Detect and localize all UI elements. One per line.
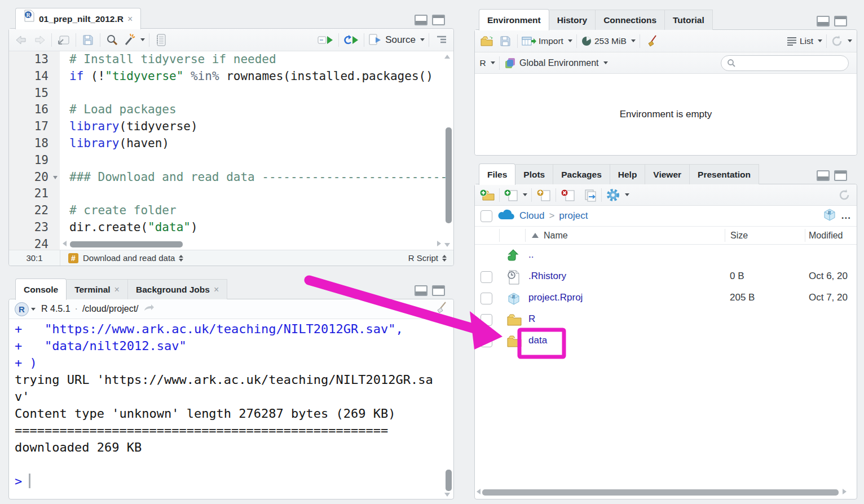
console-vertical-scrollbar[interactable] bbox=[446, 470, 452, 491]
minimize-icon[interactable] bbox=[817, 16, 830, 26]
code-tools-wand-icon[interactable] bbox=[121, 32, 146, 48]
source-button[interactable]: Source bbox=[367, 32, 426, 48]
column-size[interactable]: Size bbox=[730, 231, 748, 241]
section-selector[interactable]: Download and read data bbox=[83, 253, 175, 263]
tab-terminal[interactable]: Terminal × bbox=[67, 279, 128, 299]
run-icon[interactable] bbox=[316, 32, 336, 48]
upload-icon[interactable] bbox=[535, 187, 553, 203]
goto-directory-icon[interactable] bbox=[143, 304, 155, 314]
maximize-icon[interactable] bbox=[834, 170, 847, 181]
breadcrumb-root[interactable]: Cloud bbox=[519, 210, 544, 222]
editor-horizontal-scrollbar[interactable] bbox=[70, 241, 183, 247]
scroll-down-icon[interactable] bbox=[444, 493, 450, 497]
copy-file-icon[interactable] bbox=[580, 187, 598, 203]
maximize-icon[interactable] bbox=[834, 16, 847, 26]
fold-arrow-icon[interactable] bbox=[53, 176, 58, 179]
file-type-selector[interactable]: R Script bbox=[408, 253, 438, 263]
minimize-icon[interactable] bbox=[415, 285, 427, 296]
file-row-R[interactable]: R bbox=[475, 309, 857, 330]
file-name-link[interactable]: .Rhistory bbox=[528, 271, 566, 282]
tab-connections[interactable]: Connections bbox=[596, 10, 665, 30]
refresh-icon[interactable] bbox=[830, 33, 853, 49]
file-checkbox[interactable] bbox=[481, 293, 492, 304]
file-name-link[interactable]: data bbox=[528, 335, 547, 346]
find-icon[interactable] bbox=[103, 32, 121, 48]
memory-usage-button[interactable]: 253 MiB bbox=[580, 33, 637, 49]
scroll-right-icon[interactable] bbox=[437, 241, 441, 246]
file-checkbox[interactable] bbox=[481, 314, 492, 326]
file-row-projectRproj[interactable]: Rproject.Rproj205 BOct 7, 20 bbox=[475, 288, 857, 309]
file-name-link[interactable]: project.Rproj bbox=[528, 292, 583, 303]
scroll-down-icon[interactable] bbox=[444, 243, 450, 247]
code-token: # Install tidyverse if needed bbox=[69, 52, 276, 66]
tab-tutorial[interactable]: Tutorial bbox=[665, 10, 713, 30]
tab-environment[interactable]: Environment bbox=[479, 9, 549, 30]
tab-packages[interactable]: Packages bbox=[553, 164, 610, 184]
files-horizontal-scrollbar[interactable] bbox=[482, 489, 839, 496]
rerun-icon[interactable] bbox=[342, 32, 361, 48]
tab-console[interactable]: Console bbox=[15, 278, 67, 300]
back-icon[interactable] bbox=[12, 32, 30, 48]
clear-console-broom-icon[interactable] bbox=[434, 301, 448, 317]
r-version-caret-icon[interactable] bbox=[31, 308, 36, 311]
import-dataset-button[interactable]: Import bbox=[521, 33, 574, 49]
scroll-left-icon[interactable] bbox=[477, 489, 481, 494]
language-selector[interactable]: R bbox=[478, 55, 496, 71]
tab-close-icon[interactable]: × bbox=[127, 8, 133, 29]
file-row-[interactable]: .. bbox=[475, 245, 857, 266]
environment-search-input[interactable] bbox=[721, 55, 849, 71]
tab-history[interactable]: History bbox=[549, 10, 596, 30]
tab-help[interactable]: Help bbox=[610, 164, 646, 184]
open-in-new-window-icon[interactable] bbox=[55, 32, 73, 48]
code-lines[interactable]: # Install tidyverse if neededif (!"tidyv… bbox=[60, 51, 446, 250]
save-icon[interactable] bbox=[79, 32, 97, 48]
tab-close-icon[interactable]: × bbox=[214, 280, 219, 299]
new-blank-file-icon[interactable] bbox=[502, 187, 528, 203]
global-environment-icon bbox=[504, 56, 517, 70]
file-checkbox[interactable] bbox=[481, 271, 492, 283]
delete-file-icon[interactable] bbox=[559, 187, 577, 203]
editor-tab-01-prep-nilt-2012[interactable]: R 01_prep_nilt_2012.R × bbox=[15, 8, 141, 29]
more-gear-icon[interactable] bbox=[605, 187, 631, 203]
console-prompt-line[interactable]: > bbox=[15, 473, 442, 490]
column-modified[interactable]: Modified bbox=[809, 231, 843, 241]
scroll-up-icon[interactable] bbox=[444, 55, 450, 59]
tab-presentation[interactable]: Presentation bbox=[690, 164, 759, 184]
file-row-data[interactable]: data bbox=[475, 330, 857, 352]
load-workspace-icon[interactable] bbox=[478, 33, 496, 49]
clear-environment-broom-icon[interactable] bbox=[643, 33, 661, 49]
scroll-left-icon[interactable] bbox=[63, 241, 67, 246]
scroll-right-icon[interactable] bbox=[843, 489, 847, 494]
tab-plots[interactable]: Plots bbox=[515, 164, 553, 184]
console-output[interactable]: + "https://www.ark.ac.uk/teaching/NILT20… bbox=[15, 321, 442, 497]
refresh-icon[interactable] bbox=[835, 187, 853, 203]
file-row-Rhistory[interactable]: .Rhistory0 BOct 6, 20 bbox=[475, 266, 857, 288]
column-name[interactable]: Name bbox=[532, 231, 568, 241]
breadcrumb-current[interactable]: project bbox=[559, 210, 588, 222]
r-project-icon[interactable]: R bbox=[822, 207, 837, 225]
filetype-updown-icon[interactable] bbox=[442, 255, 447, 262]
file-name-link[interactable]: R bbox=[528, 313, 535, 325]
breadcrumb-more[interactable]: ... bbox=[841, 210, 851, 222]
tab-background-jobs[interactable]: Background Jobs × bbox=[128, 279, 227, 299]
tab-close-icon[interactable]: × bbox=[114, 280, 120, 299]
select-all-checkbox[interactable] bbox=[481, 210, 492, 222]
list-view-button[interactable]: List bbox=[785, 33, 823, 49]
r-logo-icon[interactable]: R bbox=[15, 302, 29, 316]
new-folder-icon[interactable] bbox=[478, 187, 496, 203]
forward-icon[interactable] bbox=[30, 32, 49, 48]
environment-scope-selector[interactable]: Global Environment bbox=[502, 55, 609, 71]
document-outline-icon[interactable] bbox=[432, 32, 450, 48]
editor-vertical-scrollbar[interactable] bbox=[446, 127, 452, 223]
minimize-icon[interactable] bbox=[817, 170, 830, 181]
compile-report-icon[interactable] bbox=[152, 32, 170, 48]
tab-files[interactable]: Files bbox=[479, 163, 515, 185]
save-workspace-icon[interactable] bbox=[496, 33, 514, 49]
maximize-icon[interactable] bbox=[432, 285, 445, 296]
tab-viewer[interactable]: Viewer bbox=[645, 164, 690, 184]
maximize-icon[interactable] bbox=[432, 15, 445, 25]
section-updown-icon[interactable] bbox=[179, 255, 183, 262]
file-name-link[interactable]: .. bbox=[528, 249, 534, 260]
minimize-icon[interactable] bbox=[415, 15, 427, 25]
file-checkbox[interactable] bbox=[481, 335, 492, 347]
